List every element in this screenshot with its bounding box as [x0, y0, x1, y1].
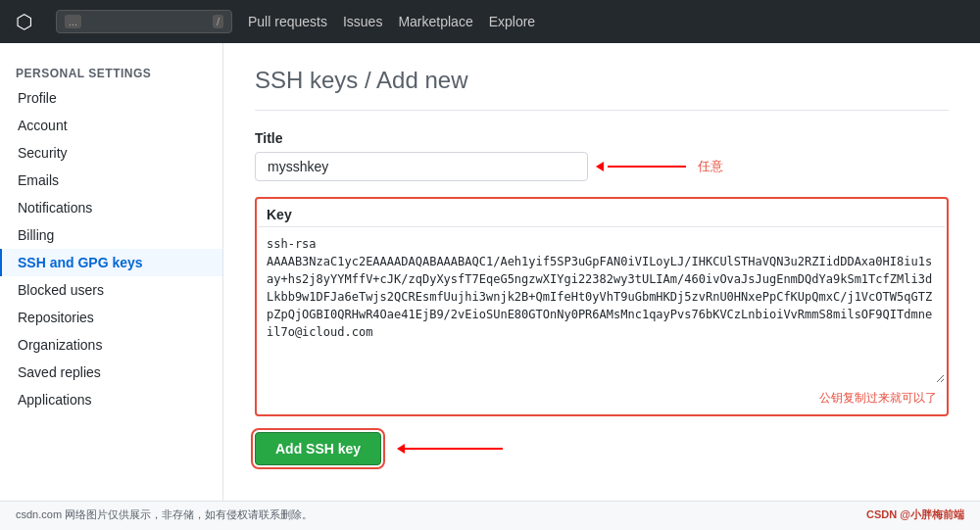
sidebar-item-blocked-users[interactable]: Blocked users	[0, 276, 222, 304]
breadcrumb-part1: SSH keys	[255, 67, 358, 93]
sidebar-item-emails[interactable]: Emails	[0, 167, 222, 194]
sidebar-item-applications[interactable]: Applications	[0, 386, 222, 413]
key-label: Key	[259, 201, 945, 226]
title-row: 任意	[255, 152, 949, 181]
key-textarea[interactable]	[259, 226, 945, 383]
page-title: SSH keys / Add new	[255, 67, 949, 111]
arrow-tip-icon	[596, 162, 604, 171]
title-form-group: Title 任意	[255, 130, 949, 181]
title-hint-text: 任意	[698, 158, 723, 175]
arrow-line	[608, 166, 686, 168]
main-content: SSH keys / Add new Title 任意 Key 公钥复制过来就可…	[223, 43, 980, 501]
add-ssh-key-button[interactable]: Add SSH key	[255, 432, 381, 465]
explore-link[interactable]: Explore	[489, 14, 535, 29]
sidebar-item-notifications[interactable]: Notifications	[0, 194, 222, 221]
page-layout: Personal settings Profile Account Securi…	[0, 43, 980, 501]
sidebar-item-profile[interactable]: Profile	[0, 84, 222, 112]
button-row: Add SSH key	[255, 432, 949, 465]
key-hint-text: 公钥复制过来就可以了	[259, 386, 945, 412]
breadcrumb-part2: Add new	[376, 67, 467, 93]
sidebar-item-saved-replies[interactable]: Saved replies	[0, 359, 222, 386]
sidebar-item-repositories[interactable]: Repositories	[0, 304, 222, 331]
title-label: Title	[255, 130, 949, 146]
key-container: Key 公钥复制过来就可以了	[255, 197, 949, 416]
btn-arrow-line	[405, 448, 503, 450]
pull-requests-link[interactable]: Pull requests	[248, 14, 327, 29]
sidebar-item-account[interactable]: Account	[0, 112, 222, 139]
sidebar-item-security[interactable]: Security	[0, 139, 222, 167]
sidebar-item-organizations[interactable]: Organizations	[0, 331, 222, 359]
github-logo-icon: ⬡	[16, 10, 32, 33]
button-hint-arrow	[397, 444, 503, 454]
btn-arrow-tip-icon	[397, 444, 405, 454]
csdn-watermark: CSDN @小胖梅前端	[866, 507, 964, 522]
sidebar-heading: Personal settings	[0, 59, 222, 84]
footer-disclaimer: csdn.com 网络图片仅供展示，非存储，如有侵权请联系删除。	[16, 507, 313, 522]
title-hint-arrow: 任意	[596, 158, 723, 175]
top-navbar: ⬡ ... / Pull requests Issues Marketplace…	[0, 0, 980, 43]
sidebar: Personal settings Profile Account Securi…	[0, 43, 223, 501]
issues-link[interactable]: Issues	[343, 14, 382, 29]
breadcrumb-sep: /	[358, 67, 376, 93]
title-input[interactable]	[255, 152, 588, 181]
marketplace-link[interactable]: Marketplace	[398, 14, 472, 29]
search-input[interactable]: ... /	[56, 10, 232, 33]
footer-bar: csdn.com 网络图片仅供展示，非存储，如有侵权请联系删除。 CSDN @小…	[0, 501, 980, 528]
sidebar-item-billing[interactable]: Billing	[0, 221, 222, 249]
sidebar-item-ssh-keys[interactable]: SSH and GPG keys	[0, 249, 222, 276]
